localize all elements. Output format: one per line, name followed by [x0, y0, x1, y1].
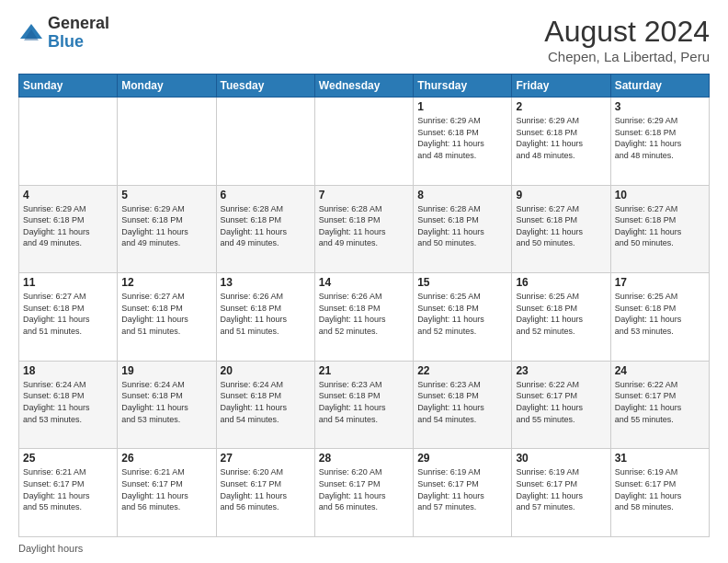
- day-number: 1: [417, 100, 507, 113]
- calendar-table: SundayMondayTuesdayWednesdayThursdayFrid…: [18, 74, 710, 537]
- day-number: 12: [121, 276, 211, 289]
- day-number: 7: [319, 189, 409, 201]
- day-info: Sunrise: 6:27 AM Sunset: 6:18 PM Dayligh…: [615, 203, 705, 249]
- day-number: 30: [516, 452, 606, 465]
- page: General Blue August 2024 Chepen, La Libe…: [0, 0, 728, 563]
- calendar-cell: 8Sunrise: 6:28 AM Sunset: 6:18 PM Daylig…: [414, 185, 512, 273]
- calendar-cell: 18Sunrise: 6:24 AM Sunset: 6:18 PM Dayli…: [19, 361, 118, 449]
- day-number: 17: [615, 276, 705, 289]
- day-info: Sunrise: 6:27 AM Sunset: 6:18 PM Dayligh…: [121, 291, 211, 337]
- calendar-cell: 12Sunrise: 6:27 AM Sunset: 6:18 PM Dayli…: [118, 273, 216, 362]
- calendar-cell: 27Sunrise: 6:20 AM Sunset: 6:17 PM Dayli…: [216, 449, 314, 537]
- day-number: 23: [516, 364, 606, 377]
- calendar-cell: [19, 98, 118, 186]
- day-number: 18: [23, 364, 113, 377]
- day-info: Sunrise: 6:25 AM Sunset: 6:18 PM Dayligh…: [516, 291, 606, 337]
- day-number: 14: [319, 276, 409, 289]
- day-number: 21: [319, 364, 409, 377]
- footer: Daylight hours: [18, 543, 710, 554]
- month-year: August 2024: [544, 15, 710, 49]
- day-info: Sunrise: 6:19 AM Sunset: 6:17 PM Dayligh…: [417, 466, 507, 512]
- day-number: 26: [121, 452, 211, 465]
- day-info: Sunrise: 6:25 AM Sunset: 6:18 PM Dayligh…: [417, 291, 507, 337]
- header-thursday: Thursday: [414, 75, 512, 98]
- header-monday: Monday: [118, 75, 216, 98]
- calendar-cell: 2Sunrise: 6:29 AM Sunset: 6:18 PM Daylig…: [512, 98, 610, 186]
- calendar-cell: 22Sunrise: 6:23 AM Sunset: 6:18 PM Dayli…: [414, 361, 512, 449]
- day-info: Sunrise: 6:29 AM Sunset: 6:18 PM Dayligh…: [121, 203, 211, 249]
- day-info: Sunrise: 6:20 AM Sunset: 6:17 PM Dayligh…: [319, 466, 409, 512]
- day-number: 20: [221, 364, 311, 377]
- calendar-cell: 10Sunrise: 6:27 AM Sunset: 6:18 PM Dayli…: [610, 185, 709, 273]
- day-number: 22: [417, 364, 507, 377]
- location: Chepen, La Libertad, Peru: [544, 49, 710, 64]
- day-number: 5: [121, 189, 211, 201]
- calendar-cell: 25Sunrise: 6:21 AM Sunset: 6:17 PM Dayli…: [19, 449, 118, 537]
- day-number: 19: [121, 364, 211, 377]
- day-info: Sunrise: 6:23 AM Sunset: 6:18 PM Dayligh…: [319, 379, 409, 425]
- day-info: Sunrise: 6:28 AM Sunset: 6:18 PM Dayligh…: [221, 203, 311, 249]
- calendar-cell: 9Sunrise: 6:27 AM Sunset: 6:18 PM Daylig…: [512, 185, 610, 273]
- week-row-2: 4Sunrise: 6:29 AM Sunset: 6:18 PM Daylig…: [19, 185, 710, 273]
- day-number: 3: [615, 100, 705, 113]
- calendar-cell: 13Sunrise: 6:26 AM Sunset: 6:18 PM Dayli…: [216, 273, 314, 362]
- day-number: 31: [615, 452, 705, 465]
- calendar-cell: 15Sunrise: 6:25 AM Sunset: 6:18 PM Dayli…: [414, 273, 512, 362]
- calendar-cell: 30Sunrise: 6:19 AM Sunset: 6:17 PM Dayli…: [512, 449, 610, 537]
- day-info: Sunrise: 6:19 AM Sunset: 6:17 PM Dayligh…: [615, 466, 705, 512]
- calendar-cell: 4Sunrise: 6:29 AM Sunset: 6:18 PM Daylig…: [19, 185, 118, 273]
- calendar-cell: 1Sunrise: 6:29 AM Sunset: 6:18 PM Daylig…: [414, 98, 512, 186]
- day-number: 29: [417, 452, 507, 465]
- day-info: Sunrise: 6:24 AM Sunset: 6:18 PM Dayligh…: [121, 379, 211, 425]
- calendar-cell: 20Sunrise: 6:24 AM Sunset: 6:18 PM Dayli…: [216, 361, 314, 449]
- day-info: Sunrise: 6:26 AM Sunset: 6:18 PM Dayligh…: [319, 291, 409, 337]
- logo-text: General Blue: [48, 15, 109, 52]
- calendar-header-row: SundayMondayTuesdayWednesdayThursdayFrid…: [19, 75, 710, 98]
- calendar-cell: 3Sunrise: 6:29 AM Sunset: 6:18 PM Daylig…: [610, 98, 709, 186]
- calendar-cell: 28Sunrise: 6:20 AM Sunset: 6:17 PM Dayli…: [314, 449, 413, 537]
- week-row-3: 11Sunrise: 6:27 AM Sunset: 6:18 PM Dayli…: [19, 273, 710, 362]
- day-number: 27: [221, 452, 311, 465]
- day-info: Sunrise: 6:23 AM Sunset: 6:18 PM Dayligh…: [417, 379, 507, 425]
- header-tuesday: Tuesday: [216, 75, 314, 98]
- header-saturday: Saturday: [610, 75, 709, 98]
- calendar-cell: 5Sunrise: 6:29 AM Sunset: 6:18 PM Daylig…: [118, 185, 216, 273]
- day-number: 2: [516, 100, 606, 113]
- day-info: Sunrise: 6:29 AM Sunset: 6:18 PM Dayligh…: [23, 203, 113, 249]
- day-number: 15: [417, 276, 507, 289]
- day-number: 13: [221, 276, 311, 289]
- day-info: Sunrise: 6:19 AM Sunset: 6:17 PM Dayligh…: [516, 466, 606, 512]
- day-info: Sunrise: 6:27 AM Sunset: 6:18 PM Dayligh…: [516, 203, 606, 249]
- logo-blue: Blue: [48, 32, 84, 51]
- day-info: Sunrise: 6:28 AM Sunset: 6:18 PM Dayligh…: [319, 203, 409, 249]
- calendar-cell: 11Sunrise: 6:27 AM Sunset: 6:18 PM Dayli…: [19, 273, 118, 362]
- day-info: Sunrise: 6:24 AM Sunset: 6:18 PM Dayligh…: [23, 379, 113, 425]
- header-wednesday: Wednesday: [314, 75, 413, 98]
- day-number: 16: [516, 276, 606, 289]
- day-number: 28: [319, 452, 409, 465]
- calendar-cell: 17Sunrise: 6:25 AM Sunset: 6:18 PM Dayli…: [610, 273, 709, 362]
- day-number: 4: [23, 189, 113, 201]
- calendar-cell: 21Sunrise: 6:23 AM Sunset: 6:18 PM Dayli…: [314, 361, 413, 449]
- day-info: Sunrise: 6:27 AM Sunset: 6:18 PM Dayligh…: [23, 291, 113, 337]
- calendar-cell: 24Sunrise: 6:22 AM Sunset: 6:17 PM Dayli…: [610, 361, 709, 449]
- calendar-cell: 6Sunrise: 6:28 AM Sunset: 6:18 PM Daylig…: [216, 185, 314, 273]
- day-info: Sunrise: 6:28 AM Sunset: 6:18 PM Dayligh…: [417, 203, 507, 249]
- calendar-cell: 31Sunrise: 6:19 AM Sunset: 6:17 PM Dayli…: [610, 449, 709, 537]
- day-info: Sunrise: 6:26 AM Sunset: 6:18 PM Dayligh…: [221, 291, 311, 337]
- daylight-label: Daylight hours: [18, 543, 83, 554]
- day-info: Sunrise: 6:21 AM Sunset: 6:17 PM Dayligh…: [23, 466, 113, 512]
- week-row-1: 1Sunrise: 6:29 AM Sunset: 6:18 PM Daylig…: [19, 98, 710, 186]
- day-number: 11: [23, 276, 113, 289]
- day-info: Sunrise: 6:25 AM Sunset: 6:18 PM Dayligh…: [615, 291, 705, 337]
- day-info: Sunrise: 6:22 AM Sunset: 6:17 PM Dayligh…: [516, 379, 606, 425]
- calendar-cell: [216, 98, 314, 186]
- logo: General Blue: [18, 15, 109, 52]
- logo-general: General: [48, 14, 109, 32]
- day-info: Sunrise: 6:29 AM Sunset: 6:18 PM Dayligh…: [615, 115, 705, 161]
- calendar-cell: 23Sunrise: 6:22 AM Sunset: 6:17 PM Dayli…: [512, 361, 610, 449]
- header-sunday: Sunday: [19, 75, 118, 98]
- calendar-cell: [118, 98, 216, 186]
- week-row-5: 25Sunrise: 6:21 AM Sunset: 6:17 PM Dayli…: [19, 449, 710, 537]
- calendar-cell: 29Sunrise: 6:19 AM Sunset: 6:17 PM Dayli…: [414, 449, 512, 537]
